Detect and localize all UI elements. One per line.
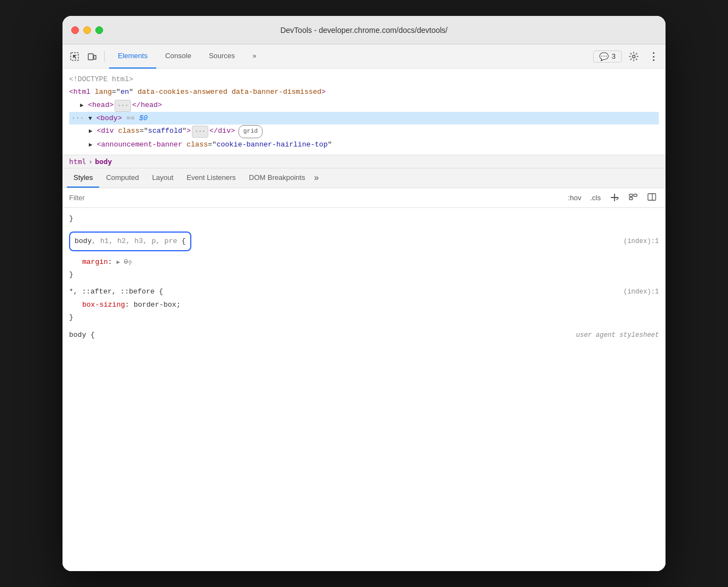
css-rule-universal-selector-line: *, ::after, ::before { (index):1 [69, 285, 659, 298]
browser-window: DevTools - developer.chrome.com/docs/dev… [62, 16, 666, 571]
tab-event-listeners[interactable]: Event Listeners [180, 168, 242, 188]
breadcrumb-body[interactable]: body [95, 157, 112, 166]
more-options-icon[interactable]: ⋮ [646, 49, 661, 64]
svg-point-3 [633, 55, 635, 58]
css-rule-body-selectors: body, h1, h2, h3, p, pre { (index):1 mar… [69, 229, 659, 281]
breadcrumb: html › body [62, 155, 666, 168]
css-rule-selector-line: body, h1, h2, h3, p, pre { (index):1 [69, 229, 659, 255]
dom-announcement[interactable]: ▶ <announcement-banner class="cookie-ban… [69, 138, 659, 150]
toolbar-right-actions: 💬 3 ⋮ [593, 49, 661, 64]
computed-sidebar-icon[interactable] [645, 191, 659, 205]
console-badge-icon: 💬 [599, 52, 608, 61]
dom-doctype: <!DOCTYPE html> [69, 73, 659, 86]
filter-actions: :hov .cls [566, 191, 659, 205]
devtools-main-tabs: Elements Console Sources » [109, 44, 591, 69]
tab-dom-breakpoints[interactable]: DOM Breakpoints [242, 168, 312, 188]
css-rule-universal: *, ::after, ::before { (index):1 box-siz… [69, 285, 659, 324]
elements-panel: <!DOCTYPE html> <html lang="en" data-coo… [62, 69, 666, 571]
filter-bar: :hov .cls [62, 188, 666, 208]
tab-sources[interactable]: Sources [200, 44, 244, 69]
svg-rect-8 [634, 194, 637, 196]
inspect-element-icon[interactable] [67, 49, 82, 64]
styles-panel: Styles Computed Layout Event Listeners D… [62, 168, 666, 571]
css-rule-body-partial-selector-line: body { user agent stylesheet [69, 329, 659, 342]
svg-rect-2 [94, 55, 96, 59]
close-button[interactable] [71, 26, 79, 34]
breadcrumb-html[interactable]: html [69, 157, 86, 166]
tab-styles[interactable]: Styles [67, 168, 99, 188]
add-style-button[interactable] [607, 191, 622, 204]
css-rule-body-partial: body { user agent stylesheet [69, 329, 659, 342]
tab-computed[interactable]: Computed [99, 168, 145, 188]
window-title: DevTools - developer.chrome.com/docs/dev… [280, 26, 447, 35]
hov-button[interactable]: :hov [566, 193, 584, 203]
device-toolbar-icon[interactable] [84, 49, 100, 64]
minimize-button[interactable] [83, 26, 91, 34]
tab-elements[interactable]: Elements [109, 44, 156, 69]
toolbar-divider [104, 51, 105, 62]
settings-icon[interactable] [626, 49, 641, 64]
svg-rect-10 [648, 194, 656, 200]
dom-div-scaffold[interactable]: ▶ <div class="scaffold">···</div>grid [69, 125, 659, 138]
styles-tabs: Styles Computed Layout Event Listeners D… [62, 168, 666, 188]
styles-tab-more[interactable]: » [312, 173, 321, 183]
dom-head[interactable]: ▶ <head>···</head> [69, 99, 659, 112]
filter-input[interactable] [69, 194, 566, 202]
tab-console[interactable]: Console [156, 44, 200, 69]
devtools-toolbar: Elements Console Sources » 💬 3 [62, 44, 666, 69]
dom-html-open[interactable]: <html lang="en" data-cookies-answered da… [69, 86, 659, 98]
toggle-style-icon[interactable] [626, 191, 640, 205]
svg-rect-7 [629, 194, 633, 196]
css-highlighted-selector[interactable]: body, h1, h2, h3, p, pre { [69, 232, 191, 251]
svg-rect-9 [629, 197, 633, 200]
tab-more[interactable]: » [244, 44, 265, 69]
cls-button[interactable]: .cls [588, 193, 604, 203]
traffic-lights [71, 26, 103, 34]
dom-body-selected[interactable]: ··· ▼ <body> == $0 [69, 112, 659, 125]
svg-line-6 [617, 198, 618, 200]
console-messages-badge[interactable]: 💬 3 [593, 50, 622, 63]
tab-layout[interactable]: Layout [145, 168, 180, 188]
css-rules: } body, h1, h2, h3, p, pre { [62, 208, 666, 571]
maximize-button[interactable] [95, 26, 103, 34]
dom-tree: <!DOCTYPE html> <html lang="en" data-coo… [62, 69, 666, 155]
svg-rect-1 [88, 54, 93, 60]
devtools-panel: Elements Console Sources » 💬 3 [62, 44, 666, 571]
css-rule-close: } [69, 212, 659, 225]
title-bar: DevTools - developer.chrome.com/docs/dev… [62, 16, 666, 44]
